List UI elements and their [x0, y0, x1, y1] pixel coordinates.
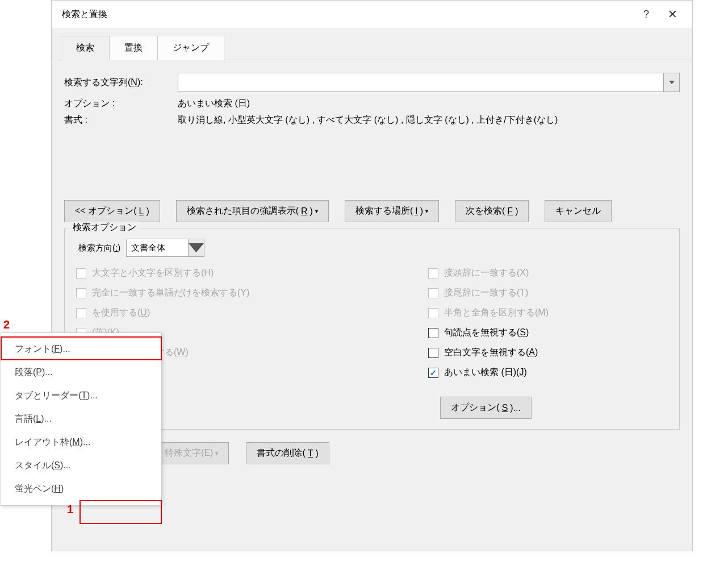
dialog-title: 検索と置換 [62, 9, 107, 20]
help-button[interactable]: ? [633, 4, 659, 24]
special-dropdown-button: 特殊文字(E)▾ [154, 442, 229, 464]
tab-jump[interactable]: ジャンプ [157, 36, 224, 60]
fuzzy-options-button[interactable]: オプション(S)... [440, 397, 532, 419]
annotation-marker-1: 1 [67, 503, 73, 516]
search-label: 検索する文字列(N): [64, 77, 178, 89]
cancel-button[interactable]: キャンセル [545, 200, 612, 222]
direction-label: 検索方向(:) [78, 243, 120, 253]
tabstrip: 検索 置換 ジャンプ [61, 36, 692, 60]
annotation-marker-2: 2 [3, 318, 10, 331]
tab-search[interactable]: 検索 [61, 36, 110, 60]
popup-item-highlight[interactable]: 蛍光ペン(H) [1, 477, 161, 501]
direction-select[interactable]: 文書全体 [126, 239, 189, 257]
popup-item-frame[interactable]: レイアウト枠(M)... [1, 431, 161, 454]
chevron-down-icon: ▾ [425, 208, 428, 214]
check-match-case: 大文字と小文字を区別する(H) [76, 267, 394, 279]
popup-item-style[interactable]: スタイル(S)... [1, 454, 161, 477]
close-icon: ✕ [668, 7, 677, 21]
check-half-full-width: 半角と全角を区別する(M) [428, 307, 549, 319]
options-toggle-button[interactable]: << オプション(L) [64, 200, 160, 222]
check-wildcards: を使用する(U) [76, 307, 394, 319]
format-popup-menu: フォント(F)... 段落(P)... タブとリーダー(T)... 言語(L).… [1, 332, 162, 506]
format-label: 書式 : [64, 114, 178, 126]
check-fuzzy-japanese[interactable]: あいまい検索 (日)(J) [428, 367, 549, 378]
chevron-down-icon: ▾ [315, 208, 318, 214]
popup-item-paragraph[interactable]: 段落(P)... [1, 361, 161, 384]
check-match-prefix: 接頭辞に一致する(X) [428, 267, 549, 279]
search-history-dropdown[interactable] [664, 73, 680, 92]
format-value: 取り消し線, 小型英大文字 (なし) , すべて大文字 (なし) , 隠し文字 … [178, 114, 558, 126]
no-formatting-button[interactable]: 書式の削除(T) [246, 442, 329, 464]
fieldset-legend: 検索オプション [69, 222, 140, 234]
check-match-suffix: 接尾辞に一致する(T) [428, 287, 549, 299]
popup-item-language[interactable]: 言語(L)... [1, 407, 161, 431]
option-value: あいまい検索 (日) [178, 98, 250, 110]
popup-item-tabs[interactable]: タブとリーダー(T)... [1, 384, 161, 407]
find-next-button[interactable]: 次を検索(F) [455, 200, 529, 222]
popup-item-font[interactable]: フォント(F)... [1, 338, 161, 361]
reading-highlight-button[interactable]: 検索された項目の強調表示(R)▾ [176, 200, 329, 222]
chevron-down-icon [189, 243, 204, 252]
check-ignore-punctuation[interactable]: 句読点を無視する(S) [428, 327, 549, 339]
tab-replace[interactable]: 置換 [109, 36, 158, 60]
titlebar: 検索と置換 ? ✕ [52, 1, 692, 28]
search-input[interactable] [178, 73, 664, 92]
chevron-down-icon: ▾ [215, 450, 218, 456]
check-ignore-whitespace[interactable]: 空白文字を無視する(A) [428, 347, 549, 359]
close-button[interactable]: ✕ [659, 4, 685, 24]
option-label: オプション : [64, 98, 178, 110]
direction-dropdown-button[interactable] [189, 239, 204, 257]
chevron-down-icon [669, 81, 675, 84]
search-in-button[interactable]: 検索する場所(I)▾ [345, 200, 439, 222]
check-whole-word: 完全に一致する単語だけを検索する(Y) [76, 287, 394, 299]
